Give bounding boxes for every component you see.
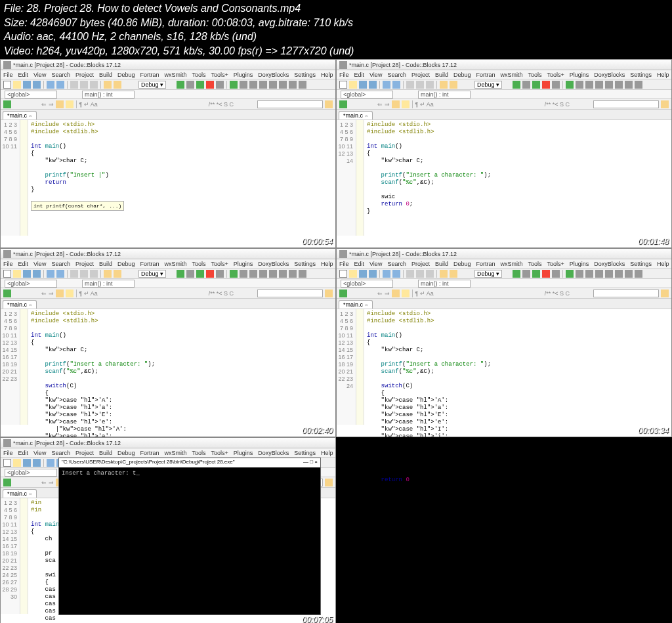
toolbar-icon[interactable] <box>47 81 54 89</box>
toolbar-icon[interactable] <box>615 81 623 89</box>
toolbar-icon[interactable] <box>552 81 560 89</box>
console-titlebar[interactable]: "C:\Users\USER\Desktop\C_projects\Projec… <box>59 458 320 467</box>
menu-item[interactable]: Settings <box>294 72 316 78</box>
brush-icon[interactable] <box>392 100 400 108</box>
toolbar-icon[interactable] <box>279 81 287 89</box>
code-area[interactable]: #include <stdio.h> #include <stdlib.h> i… <box>28 120 335 236</box>
toolbar-icon[interactable] <box>566 81 574 89</box>
menu-item[interactable]: Fortran <box>140 72 159 78</box>
toolbar-icon[interactable] <box>3 81 11 89</box>
menu-item[interactable]: Tools+ <box>211 450 228 456</box>
toolbar-icon[interactable] <box>576 270 583 278</box>
nav-arrows[interactable]: ⇐ ⇒ <box>41 101 54 108</box>
nav-arrows[interactable]: ⇐ ⇒ <box>41 479 54 486</box>
toolbar-icon[interactable] <box>585 270 593 278</box>
toolbar-icon[interactable] <box>625 81 633 89</box>
menu-item[interactable]: Build <box>99 261 112 267</box>
format-icons[interactable]: ¶ ↵ Aa <box>79 101 98 108</box>
menu-item[interactable]: Tools <box>192 261 206 267</box>
menu-item[interactable]: DoxyBlocks <box>594 261 625 267</box>
toolbar-icon[interactable] <box>206 270 214 278</box>
toolbar-icon[interactable] <box>206 81 214 89</box>
toolbar-icon[interactable] <box>186 270 194 278</box>
abc-label[interactable]: /** *< S C <box>545 101 570 108</box>
console-controls[interactable]: — □ × <box>303 459 318 467</box>
toolbar-icon[interactable] <box>339 81 347 89</box>
menu-item[interactable]: Help <box>321 450 333 456</box>
editor-tabbar[interactable]: *main.c× <box>1 110 335 120</box>
toolbar-icon[interactable] <box>513 81 520 89</box>
menu-item[interactable]: Settings <box>294 261 316 267</box>
search-icon[interactable] <box>325 290 333 297</box>
window-titlebar[interactable]: *main.c [Project 28] - Code::Blocks 17.1… <box>1 438 335 448</box>
menu-item[interactable]: File <box>339 261 349 267</box>
menu-item[interactable]: Plugins <box>234 450 253 456</box>
window-titlebar[interactable]: *main.c [Project 28] - Code::Blocks 17.1… <box>1 60 335 70</box>
menu-item[interactable]: Fortran <box>140 450 159 456</box>
menu-item[interactable]: wxSmith <box>165 72 187 78</box>
menu-item[interactable]: Tools <box>192 72 206 78</box>
toolbar-icon[interactable] <box>615 270 623 278</box>
format-icons[interactable]: ¶ ↵ Aa <box>415 101 434 108</box>
menu-item[interactable]: File <box>3 450 13 456</box>
menu-item[interactable]: View <box>369 261 382 267</box>
menu-item[interactable]: Debug <box>117 261 135 267</box>
menu-item[interactable]: Fortran <box>476 72 495 78</box>
scope-bar[interactable]: <global> main() : int <box>1 90 335 99</box>
fold-column[interactable] <box>356 120 364 236</box>
editor-tab[interactable]: *main.c× <box>339 111 373 119</box>
menu-item[interactable]: Fortran <box>140 261 159 267</box>
toolbar-icon[interactable] <box>13 81 21 89</box>
run-icon[interactable] <box>339 100 347 108</box>
toolbar-icon[interactable] <box>56 270 64 278</box>
toolbar-icon[interactable] <box>542 81 550 89</box>
toolbar-icon[interactable] <box>196 81 204 89</box>
toolbar-icon[interactable] <box>23 270 31 278</box>
toolbar-icon[interactable] <box>249 270 257 278</box>
toolbar-icon[interactable] <box>3 459 11 467</box>
toolbar-icon[interactable] <box>605 270 613 278</box>
toolbar-icon[interactable] <box>269 81 277 89</box>
tab-close-icon[interactable]: × <box>29 491 32 497</box>
menu-item[interactable]: Plugins <box>234 72 253 78</box>
scope-global-combo[interactable]: <global> <box>5 91 57 98</box>
toolbar-icon[interactable] <box>114 81 121 89</box>
toolbar-icon[interactable] <box>595 270 603 278</box>
toolbar-icon[interactable] <box>240 81 247 89</box>
toolbar-icon[interactable] <box>289 81 297 89</box>
editor-tab[interactable]: *main.c× <box>3 300 37 309</box>
menu-item[interactable]: File <box>3 261 13 267</box>
toolbar-icon[interactable] <box>339 270 347 278</box>
toolbar-icon[interactable] <box>216 270 224 278</box>
menu-item[interactable]: Settings <box>630 72 652 78</box>
menu-item[interactable]: wxSmith <box>165 261 187 267</box>
toolbar-icon[interactable] <box>440 81 448 89</box>
menu-item[interactable]: Search <box>387 72 406 78</box>
menu-item[interactable]: View <box>33 450 46 456</box>
main-toolbar[interactable]: Debug ▾ <box>337 269 671 279</box>
code-area[interactable]: #include <stdio.h> #include <stdlib.h> i… <box>364 309 671 425</box>
toolbar-icon[interactable] <box>23 81 31 89</box>
toolbar-icon[interactable] <box>104 81 112 89</box>
format-icons[interactable]: ¶ ↵ Aa <box>79 290 98 297</box>
toolbar-icon[interactable] <box>90 81 98 89</box>
menu-item[interactable]: Edit <box>354 72 365 78</box>
menu-item[interactable]: Debug <box>117 450 135 456</box>
toolbar-icon[interactable] <box>13 459 21 467</box>
tab-close-icon[interactable]: × <box>365 113 368 119</box>
menu-item[interactable]: Tools+ <box>211 72 228 78</box>
toolbar-icon[interactable] <box>522 270 530 278</box>
toolbar-icon[interactable] <box>383 270 390 278</box>
toolbar-icon[interactable] <box>440 270 448 278</box>
secondary-toolbar[interactable]: ⇐ ⇒ ¶ ↵ Aa /** *< S C <box>337 288 671 299</box>
search-icon[interactable] <box>325 100 333 108</box>
console-window[interactable]: "C:\Users\USER\Desktop\C_projects\Projec… <box>58 458 321 615</box>
toolbar-icon[interactable] <box>47 270 54 278</box>
menu-item[interactable]: wxSmith <box>165 450 187 456</box>
window-titlebar[interactable]: *main.c [Project 28] - Code::Blocks 17.1… <box>1 249 335 259</box>
menu-item[interactable]: Edit <box>18 450 29 456</box>
scope-bar[interactable]: <global> main() : int <box>1 279 335 288</box>
toolbar-icon[interactable] <box>576 81 583 89</box>
fold-column[interactable] <box>20 309 28 425</box>
toolbar-icon[interactable] <box>47 459 54 467</box>
